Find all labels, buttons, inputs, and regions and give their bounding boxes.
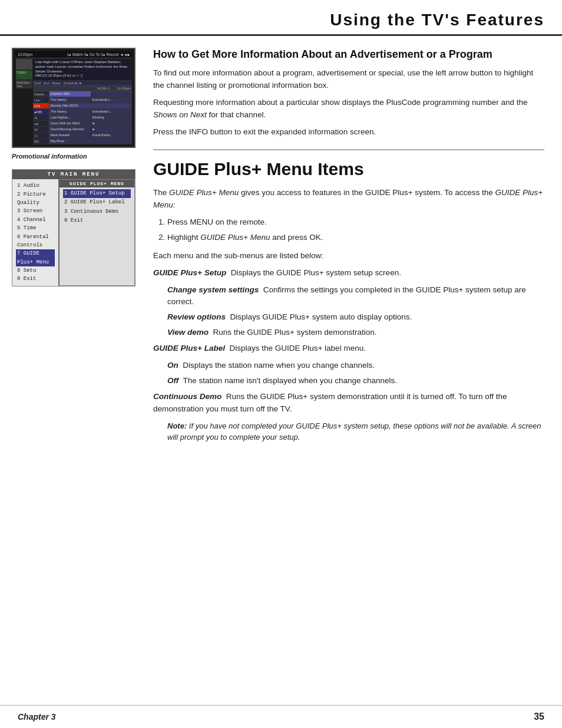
menu-item-7[interactable]: 7 GUIDE Plus+ Menu xyxy=(16,249,55,266)
menu-item-5[interactable]: 5 Time xyxy=(16,224,55,232)
subterm-change-settings: Change system settings Confirms the sett… xyxy=(167,284,544,309)
tv-info-box: Late Night with Conan O'Brien: actor Ste… xyxy=(33,58,132,81)
step-2: Highlight GUIDE Plus+ Menu and press OK. xyxy=(167,232,544,244)
section1-para3: Press the INFO button to exit the expand… xyxy=(153,126,544,139)
footer-chapter: Chapter 3 xyxy=(18,712,56,722)
tv-menu-title: TV MAIN MENU xyxy=(12,170,135,179)
promo-label: Promotional information xyxy=(12,153,141,160)
tv-grid-row-mark: +1 Mark Russell Great Perfor... xyxy=(33,133,132,139)
tv-main-menu: TV MAIN MENU 1 Audio 2 Picture Quality 3… xyxy=(12,169,135,286)
note-label: Note: xyxy=(167,421,187,430)
section1-body: To find out more information about a pro… xyxy=(153,67,544,139)
note-text: If you have not completed your GUIDE Plu… xyxy=(167,421,541,442)
note-block: Note: If you have not completed your GUI… xyxy=(167,420,544,443)
tv-grid-area: Late Night with Conan O'Brien: actor Ste… xyxy=(33,58,132,144)
menu-item-2[interactable]: 2 Picture Quality xyxy=(16,190,55,207)
content-area: 10:00pm 1● Watch 3● Go To 3● Record ◄◄■ … xyxy=(0,36,562,455)
subterm-review-options: Review options Displays GUIDE Plus+ syst… xyxy=(167,311,544,324)
menu-item-6[interactable]: 6 Parental Controls xyxy=(16,233,55,250)
tv-grid-row-big: BIG Big Show xyxy=(33,139,132,144)
submenu-item-0[interactable]: 0 Exit xyxy=(63,216,131,225)
page-title: Using the TV's Features xyxy=(18,11,544,29)
section1-para2: Requesting more information about a part… xyxy=(153,97,544,121)
thumb-3: Weekdays7am xyxy=(16,80,32,88)
submenu-item-1[interactable]: 1 GUIDE Plus+ Setup xyxy=(63,189,131,198)
right-column: How to Get More Information About an Adv… xyxy=(153,48,544,443)
menu-item-4[interactable]: 4 Channel xyxy=(16,216,55,224)
menu-item-1[interactable]: 1 Audio xyxy=(16,182,55,190)
guide-intro: The GUIDE Plus+ Menu gives you access to… xyxy=(153,187,544,212)
menu-item-3[interactable]: 3 Screen xyxy=(16,207,55,215)
tv-grid-header: Grid Sort News Schedule ► xyxy=(33,81,132,86)
left-column: 10:00pm 1● Watch 3● Go To 3● Record ◄◄■ … xyxy=(12,48,141,443)
tv-grid-row-a1: A1 Late Nightw... Working xyxy=(33,115,132,121)
tv-grid-row-dateline: Datelin... Dateline NBC xyxy=(33,91,132,97)
footer-page: 35 xyxy=(534,711,544,722)
tv-screenshot: 10:00pm 1● Watch 3● Go To 3● Record ◄◄■ … xyxy=(12,48,135,148)
guide-steps: Press MENU on the remote. Highlight GUID… xyxy=(167,216,544,244)
subterm-off: Off The station name isn't displayed whe… xyxy=(167,375,544,387)
tv-sidebar-thumbs: TODAY Weekdays7am xyxy=(15,58,33,144)
menu-item-8[interactable]: 8 Setu xyxy=(16,266,55,275)
subterm-view-demo: View demo Runs the GUIDE Plus+ system de… xyxy=(167,327,544,339)
tv-submenu-title: GUIDE PLUS+ MENU xyxy=(59,180,134,187)
tv-grid-row-last: Last... The Nanny Everybody L... xyxy=(33,97,132,103)
section-guide-plus: GUIDE Plus+ Menu Items The GUIDE Plus+ M… xyxy=(153,159,544,443)
tv-submenu-items: 1 GUIDE Plus+ Setup 2 GUIDE Plus+ Label … xyxy=(59,187,134,227)
section-advertisement: How to Get More Information About an Adv… xyxy=(153,48,544,139)
page-header: Using the TV's Features xyxy=(0,0,562,36)
tv-submenu: GUIDE PLUS+ MENU 1 GUIDE Plus+ Setup 2 G… xyxy=(58,179,135,286)
thumb-1 xyxy=(16,59,32,70)
thumb-2: TODAY xyxy=(16,70,32,80)
term-guide-label: GUIDE Plus+ Label Displays the GUIDE Plu… xyxy=(153,342,544,355)
step-1: Press MENU on the remote. xyxy=(167,216,544,229)
section1-para1: To find out more information about a pro… xyxy=(153,67,544,92)
tv-menu-body: 1 Audio 2 Picture Quality 3 Screen 4 Cha… xyxy=(12,179,135,286)
tv-grid-row-4u: 4U Good Morning Vietnam ► xyxy=(33,127,132,133)
tv-top-bar: 10:00pm 1● Watch 3● Go To 3● Record ◄◄■ xyxy=(15,51,132,58)
guide-body: The GUIDE Plus+ Menu gives you access to… xyxy=(153,187,544,443)
tv-grid-row-fox: FOX Beverly Hills 90210 xyxy=(33,103,132,109)
tv-menu-items: 1 Audio 2 Picture Quality 3 Screen 4 Cha… xyxy=(12,179,58,286)
tv-grid-subheader: NOW+1 10:30pm xyxy=(33,86,132,91)
tv-grid-row-star: ●★ Gone With the Wind ► xyxy=(33,121,132,127)
tv-grid-row-cbs: ●CBS The Nanny Everybody L... xyxy=(33,109,132,115)
menu-item-0[interactable]: 0 Exit xyxy=(16,275,55,283)
section1-title: How to Get More Information About an Adv… xyxy=(153,48,544,61)
term-continuous-demo: Continuous Demo Runs the GUIDE Plus+ sys… xyxy=(153,391,544,416)
tv-screen: 10:00pm 1● Watch 3● Go To 3● Record ◄◄■ … xyxy=(15,51,132,144)
guide-title: GUIDE Plus+ Menu Items xyxy=(153,159,544,180)
page-footer: Chapter 3 35 xyxy=(0,705,562,728)
tv-menu-left-panel: 1 Audio 2 Picture Quality 3 Screen 4 Cha… xyxy=(12,179,58,286)
section-divider xyxy=(153,149,544,150)
term-guide-setup: GUIDE Plus+ Setup Displays the GUIDE Plu… xyxy=(153,267,544,279)
guide-submenus-intro: Each menu and the sub-menus are listed b… xyxy=(153,250,544,262)
submenu-item-2[interactable]: 2 GUIDE Plus+ Label xyxy=(63,198,131,207)
submenu-item-3[interactable]: 3 Continuous Demo xyxy=(63,207,131,216)
subterm-on: On Displays the station name when you ch… xyxy=(167,360,544,372)
